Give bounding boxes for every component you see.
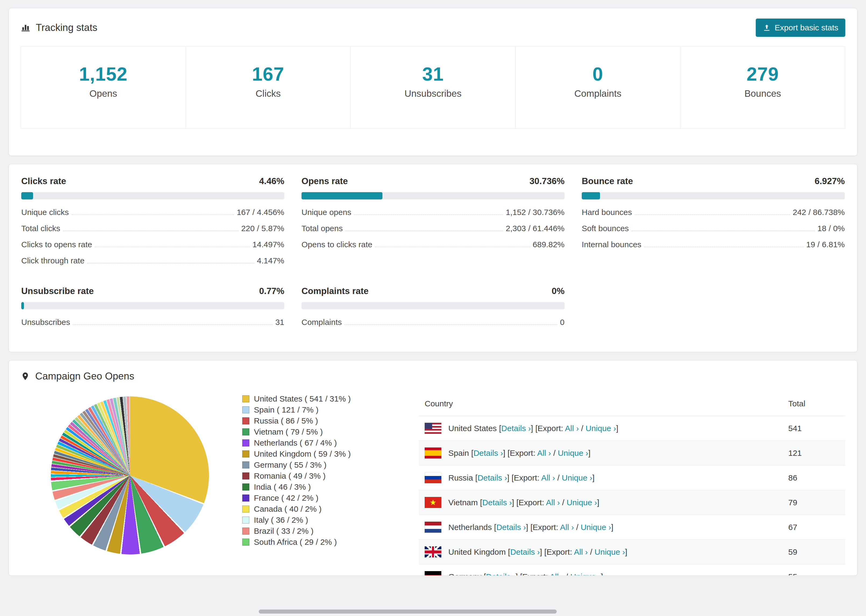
progress-bar [21, 192, 284, 200]
export-all-link[interactable]: All › [541, 473, 555, 482]
rate-stat-row: Unsubscribes31 [21, 314, 284, 330]
details-link[interactable]: Details › [486, 572, 516, 576]
stat-row-label: Hard bounces [582, 208, 632, 217]
stat-row-label: Clicks to opens rate [21, 240, 92, 249]
stat-row-value: 0 [560, 318, 565, 327]
dotted-leader [73, 324, 273, 325]
legend-label: Spain ( 121 / 7% ) [254, 405, 318, 415]
stat-value: 0 [516, 63, 680, 85]
legend-swatch [242, 462, 249, 468]
stat-row-value: 31 [276, 318, 284, 327]
details-link[interactable]: Details › [496, 523, 526, 532]
export-all-link[interactable]: All › [560, 523, 574, 532]
stat-label: Clicks [186, 88, 350, 99]
export-basic-stats-button[interactable]: Export basic stats [756, 19, 845, 37]
legend-label: Brazil ( 33 / 2% ) [254, 526, 313, 536]
legend-swatch [242, 417, 249, 424]
legend-swatch [242, 484, 249, 490]
export-all-link[interactable]: All › [574, 547, 588, 556]
export-unique-link[interactable]: Unique › [581, 523, 611, 532]
legend-item-united-kingdom: United Kingdom ( 59 / 3% ) [242, 448, 393, 459]
progress-bar [582, 192, 845, 200]
geo-country-cell: Spain [Details ›] [Export: All › / Uniqu… [425, 448, 788, 459]
rate-block-bounce-rate: Bounce rate6.927%Hard bounces242 / 86.73… [582, 176, 845, 269]
geo-table-row-russia: Russia [Details ›] [Export: All › / Uniq… [419, 465, 845, 490]
progress-bar [301, 192, 565, 200]
details-link[interactable]: Details › [482, 498, 512, 507]
tracking-stats-header: Tracking stats Export basic stats [21, 19, 845, 37]
dotted-leader [644, 247, 804, 247]
export-all-link[interactable]: All › [537, 449, 551, 457]
export-all-link[interactable]: All › [565, 424, 579, 433]
rate-title: Bounce rate [582, 176, 633, 186]
rate-value: 30.736% [529, 176, 565, 186]
geo-title: Campaign Geo Opens [21, 371, 134, 382]
flag-uk-cross [425, 546, 441, 558]
export-unique-link[interactable]: Unique › [586, 424, 616, 433]
export-all-link[interactable]: All › [546, 498, 560, 507]
stat-row-value: 689.82% [533, 240, 565, 249]
stat-label: Opens [21, 88, 186, 99]
rate-value: 0.77% [259, 286, 284, 296]
rates-grid: Clicks rate4.46%Unique clicks167 / 4.456… [21, 176, 845, 330]
country-total: 79 [788, 498, 839, 507]
details-link[interactable]: Details › [510, 547, 540, 556]
horizontal-scrollbar-thumb[interactable] [259, 610, 557, 614]
geo-opens-pie-chart[interactable] [51, 396, 209, 555]
stat-row-value: 4.147% [257, 256, 284, 265]
country-total: 121 [788, 449, 839, 458]
country-total: 59 [788, 547, 839, 556]
flag-star: ★ [425, 497, 441, 508]
country-name: Russia [448, 473, 475, 482]
rate-stat-row: Clicks to opens rate14.497% [21, 237, 284, 253]
export-unique-link[interactable]: Unique › [558, 449, 588, 457]
legend-item-south-africa: South Africa ( 29 / 2% ) [242, 536, 393, 547]
country-name: Spain [448, 449, 471, 457]
export-all-link[interactable]: All › [550, 572, 564, 576]
country-flag-icon [425, 571, 441, 575]
export-unique-link[interactable]: Unique › [570, 572, 601, 576]
export-basic-stats-label: Export basic stats [775, 23, 838, 32]
stat-value: 279 [680, 63, 845, 85]
campaign-geo-opens-card: Campaign Geo Opens United States ( 541 /… [9, 360, 857, 576]
legend-swatch [242, 428, 249, 435]
export-unique-link[interactable]: Unique › [562, 473, 592, 482]
stat-row-label: Opens to clicks rate [301, 240, 372, 249]
legend-item-spain: Spain ( 121 / 7% ) [242, 404, 393, 415]
rate-title: Clicks rate [21, 176, 66, 186]
legend-item-germany: Germany ( 55 / 3% ) [242, 459, 393, 470]
stat-value: 167 [186, 63, 350, 85]
country-total: 55 [788, 572, 839, 576]
progress-bar-fill [301, 192, 383, 200]
details-link[interactable]: Details › [501, 424, 531, 433]
legend-swatch [242, 495, 249, 501]
rate-stat-row: Soft bounces18 / 0% [582, 220, 845, 237]
country-total: 86 [788, 473, 839, 482]
export-unique-link[interactable]: Unique › [567, 498, 597, 507]
legend-swatch [242, 395, 249, 402]
rate-stat-row: Internal bounces19 / 6.81% [582, 237, 845, 253]
stat-row-value: 19 / 6.81% [806, 240, 845, 249]
geo-country-cell: United States [Details ›] [Export: All ›… [425, 423, 788, 434]
rate-value: 4.46% [259, 176, 284, 186]
dotted-leader [631, 231, 815, 231]
stat-row-value: 2,303 / 61.446% [505, 224, 565, 233]
tracking-stats-page: Tracking stats Export basic stats 1,152O… [0, 0, 866, 576]
export-unique-link[interactable]: Unique › [595, 547, 625, 556]
legend-label: United States ( 541 / 31% ) [254, 394, 351, 404]
stat-cell-unsubscribes: 31Unsubscribes [351, 47, 516, 129]
bar-chart-icon [21, 23, 30, 33]
rate-stat-row: Click through rate4.147% [21, 253, 284, 269]
dotted-leader [635, 214, 790, 215]
geo-country-cell: Russia [Details ›] [Export: All › / Uniq… [425, 472, 788, 483]
details-link[interactable]: Details › [473, 449, 503, 457]
stat-row-value: 242 / 86.738% [793, 208, 845, 217]
rate-value: 6.927% [815, 176, 845, 186]
legend-swatch [242, 506, 249, 512]
geo-table-row-netherlands: Netherlands [Details ›] [Export: All › /… [419, 515, 845, 540]
rate-stat-row: Unique clicks167 / 4.456% [21, 204, 284, 220]
stat-row-label: Click through rate [21, 256, 85, 265]
legend-label: Germany ( 55 / 3% ) [254, 460, 326, 470]
dotted-leader [87, 263, 254, 263]
details-link[interactable]: Details › [477, 473, 507, 482]
